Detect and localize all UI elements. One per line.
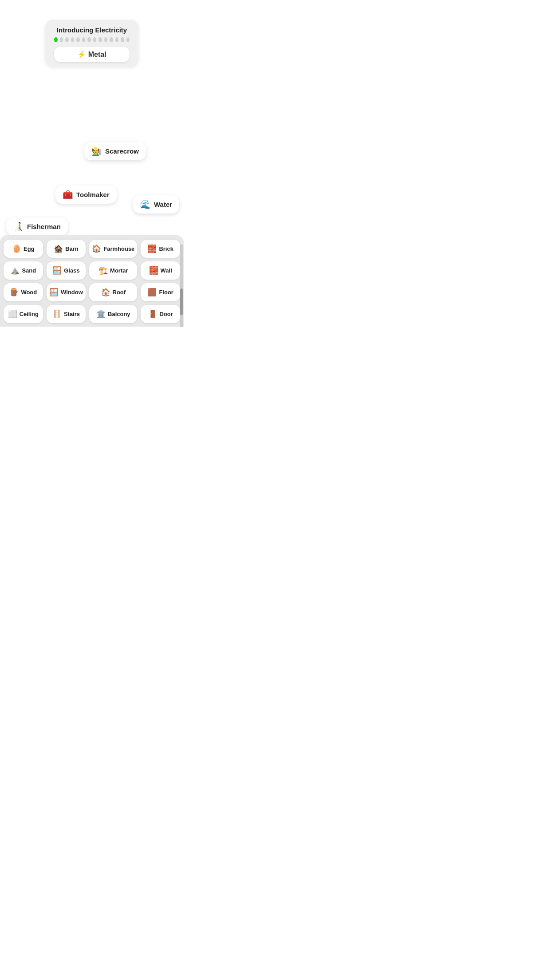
bottom-item-roof[interactable]: 🏠Roof	[89, 283, 137, 301]
progress-dots	[54, 37, 130, 42]
bottom-icon-window: 🪟	[49, 288, 59, 297]
bottom-item-glass[interactable]: 🪟Glass	[47, 261, 86, 280]
progress-dot-9	[104, 37, 108, 42]
progress-dot-0	[54, 37, 58, 42]
progress-dot-8	[98, 37, 102, 42]
bottom-icon-glass: 🪟	[52, 266, 62, 275]
bottom-item-egg[interactable]: 🥚Egg	[4, 240, 43, 258]
bottom-icon-floor: 🟫	[147, 288, 157, 297]
bottom-item-wall[interactable]: 🧱Wall	[141, 261, 180, 280]
bottom-label-ceiling2: Ceiling	[20, 311, 39, 317]
elem-toolmaker[interactable]: 🧰Toolmaker	[55, 186, 117, 204]
progress-dot-7	[93, 37, 97, 42]
bottom-item-brick[interactable]: 🧱Brick	[141, 240, 180, 258]
bottom-item-farmhouse[interactable]: 🏠Farmhouse	[89, 240, 137, 258]
progress-dot-6	[87, 37, 91, 42]
bottom-icon-egg: 🥚	[12, 244, 21, 253]
metal-label: ⚡ Metal	[77, 50, 106, 59]
bottom-label-brick: Brick	[159, 245, 173, 252]
scrollbar-thumb[interactable]	[180, 288, 183, 315]
bottom-label-mortar: Mortar	[110, 267, 128, 274]
bottom-label-barn: Barn	[65, 245, 79, 252]
bottom-item-sand[interactable]: ⛰️Sand	[4, 261, 43, 280]
progress-dot-3	[71, 37, 75, 42]
progress-dot-12	[121, 37, 124, 42]
progress-dot-4	[76, 37, 80, 42]
bottom-item-balcony[interactable]: 🏛️Balcony	[89, 305, 137, 323]
progress-dot-10	[110, 37, 113, 42]
bottom-label-door: Door	[160, 311, 173, 317]
bottom-icon-balcony: 🏛️	[96, 309, 106, 319]
label-fisherman: Fisherman	[27, 223, 61, 230]
bottom-label-wood2: Wood	[21, 289, 37, 296]
bottom-icon-roof: 🏠	[101, 288, 110, 297]
icon-water: 🌊	[140, 199, 151, 209]
bottom-label-farmhouse: Farmhouse	[103, 245, 134, 252]
bottom-icon-farmhouse: 🏠	[92, 244, 101, 253]
bottom-label-floor: Floor	[159, 289, 173, 296]
bottom-item-mortar[interactable]: 🏗️Mortar	[89, 261, 137, 280]
elem-scarecrow[interactable]: 🧑‍🌾Scarecrow	[84, 142, 146, 160]
bottom-item-stairs[interactable]: 🪜Stairs	[47, 305, 86, 323]
progress-dot-2	[65, 37, 69, 42]
bottom-label-glass: Glass	[64, 267, 79, 274]
bottom-icon-barn: 🏚️	[54, 244, 63, 253]
label-toolmaker: Toolmaker	[76, 191, 110, 198]
metal-button[interactable]: ⚡ Metal	[54, 47, 130, 62]
bottom-label-wall: Wall	[161, 267, 172, 274]
bottom-icon-mortar: 🏗️	[98, 266, 108, 275]
bottom-label-roof: Roof	[113, 289, 126, 296]
bottom-label-balcony: Balcony	[108, 311, 130, 317]
bottom-icon-wood2: 🪵	[9, 288, 19, 297]
progress-dot-11	[115, 37, 119, 42]
intro-title: Introducing Electricity	[54, 26, 130, 34]
bottom-item-floor[interactable]: 🟫Floor	[141, 283, 180, 301]
bottom-icon-sand: ⛰️	[10, 266, 20, 275]
scrollbar[interactable]	[180, 244, 183, 327]
intro-card: Introducing Electricity ⚡ Metal	[45, 20, 138, 67]
icon-scarecrow: 🧑‍🌾	[91, 146, 102, 156]
elem-fisherman[interactable]: 🧑‍🦯Fisherman	[6, 217, 68, 236]
bottom-icon-door: 🚪	[148, 309, 157, 319]
bottom-icon-ceiling2: ⬜	[8, 309, 17, 319]
bottom-panel: 🥚Egg🏚️Barn🏠Farmhouse🧱Brick⛰️Sand🪟Glass🏗️…	[0, 235, 184, 327]
label-scarecrow: Scarecrow	[105, 147, 139, 155]
label-water: Water	[154, 201, 172, 208]
bottom-item-window[interactable]: 🪟Window	[47, 283, 86, 301]
bottom-icon-brick: 🧱	[147, 244, 157, 253]
bottom-item-barn[interactable]: 🏚️Barn	[47, 240, 86, 258]
progress-dot-1	[60, 37, 63, 42]
bottom-item-door[interactable]: 🚪Door	[141, 305, 180, 323]
bottom-grid: 🥚Egg🏚️Barn🏠Farmhouse🧱Brick⛰️Sand🪟Glass🏗️…	[4, 240, 180, 323]
progress-dot-5	[82, 37, 86, 42]
icon-toolmaker: 🧰	[63, 190, 73, 200]
bottom-label-stairs: Stairs	[64, 311, 80, 317]
elem-water[interactable]: 🌊Water	[133, 195, 179, 213]
bottom-label-window: Window	[61, 289, 83, 296]
progress-dot-13	[126, 37, 130, 42]
bottom-icon-wall: 🧱	[149, 266, 158, 275]
bottom-icon-stairs: 🪜	[52, 309, 62, 319]
icon-fisherman: 🧑‍🦯	[13, 221, 24, 232]
bottom-label-sand: Sand	[22, 267, 36, 274]
bottom-item-wood2[interactable]: 🪵Wood	[4, 283, 43, 301]
bottom-item-ceiling2[interactable]: ⬜Ceiling	[4, 305, 43, 323]
bottom-label-egg: Egg	[24, 245, 35, 252]
